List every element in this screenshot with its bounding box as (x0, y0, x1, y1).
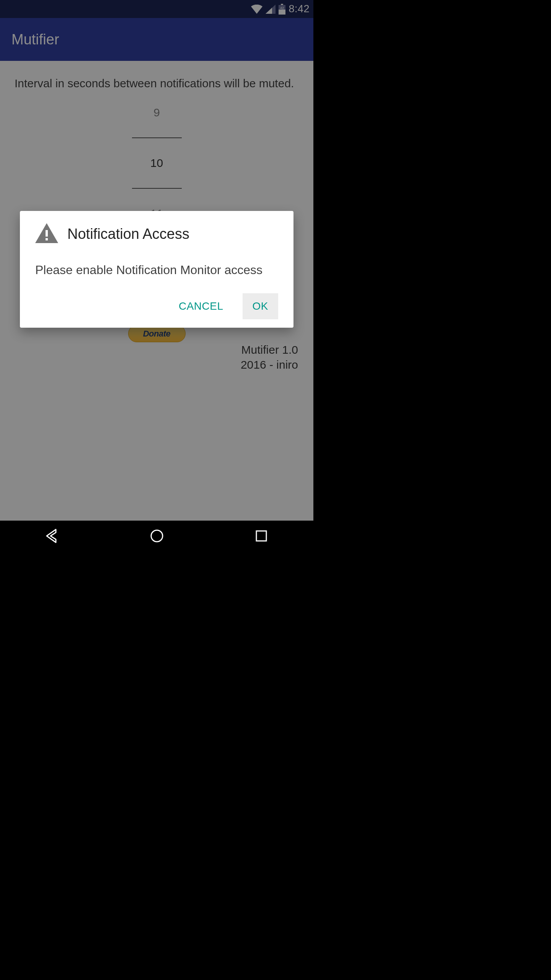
dialog-message: Please enable Notification Monitor acces… (35, 263, 278, 277)
home-button[interactable] (149, 528, 165, 544)
ok-button[interactable]: OK (243, 293, 278, 319)
recent-apps-button[interactable] (253, 528, 269, 544)
svg-rect-4 (46, 230, 48, 237)
android-nav-bar (0, 521, 313, 551)
notification-access-dialog: Notification Access Please enable Notifi… (20, 211, 293, 328)
cancel-button[interactable]: CANCEL (169, 293, 233, 319)
dialog-title: Notification Access (67, 226, 189, 242)
svg-rect-5 (46, 238, 48, 240)
back-button[interactable] (44, 528, 60, 544)
svg-rect-7 (256, 531, 266, 541)
dialog-actions: CANCEL OK (35, 293, 278, 319)
svg-point-6 (151, 530, 163, 542)
warning-icon (35, 223, 58, 245)
